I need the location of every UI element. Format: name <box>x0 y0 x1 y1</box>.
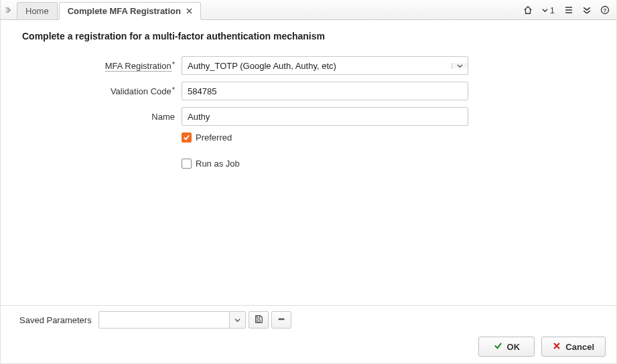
row-validation-code: Validation Code* <box>22 82 616 100</box>
row-name: Name <box>22 107 616 126</box>
name-input[interactable] <box>182 107 468 126</box>
bottom-bar: Saved Parameters <box>1 305 616 363</box>
mfa-registration-select[interactable]: Authy_TOTP (Google Auth, Authy, etc) <box>182 56 468 75</box>
cancel-button[interactable]: Cancel <box>541 337 606 357</box>
save-parameters-button[interactable] <box>249 311 269 329</box>
tabbar: Home Complete MFA Registration 1 <box>1 0 616 20</box>
preferred-checkbox[interactable] <box>182 132 192 143</box>
page-body: Complete a registration for a multi-fact… <box>1 20 616 305</box>
saved-parameters-row: Saved Parameters <box>19 311 610 329</box>
help-button[interactable]: ? <box>600 5 610 15</box>
tab-complete-mfa[interactable]: Complete MFA Registration <box>59 2 201 19</box>
tab-active-label: Complete MFA Registration <box>68 6 181 16</box>
label-name: Name <box>22 112 182 122</box>
chevron-down-icon[interactable] <box>452 63 468 69</box>
svg-rect-4 <box>278 318 284 320</box>
menu-button[interactable] <box>564 5 573 15</box>
runasjob-checkbox[interactable] <box>182 159 192 169</box>
saved-parameters-label: Saved Parameters <box>19 315 92 325</box>
help-icon: ? <box>600 5 610 15</box>
menu-icon <box>564 5 573 15</box>
caret-down-icon <box>542 7 548 13</box>
label-validation-code: Validation Code* <box>22 86 182 96</box>
double-chevron-down-icon <box>583 6 591 14</box>
spacer <box>22 174 616 305</box>
page-title: Complete a registration for a multi-fact… <box>22 31 616 41</box>
running-indicator[interactable]: 1 <box>542 5 555 15</box>
saved-parameters-value <box>99 312 229 328</box>
app-root: Home Complete MFA Registration 1 <box>0 0 617 364</box>
preferred-label: Preferred <box>196 132 232 143</box>
button-row: OK Cancel <box>19 337 610 357</box>
form: MFA Registration* Authy_TOTP (Google Aut… <box>22 56 616 174</box>
x-icon <box>553 342 561 352</box>
validation-code-input[interactable] <box>182 82 468 100</box>
collapse-button[interactable] <box>583 6 591 14</box>
cancel-label: Cancel <box>565 342 594 352</box>
tab-home[interactable]: Home <box>17 2 58 19</box>
tab-home-label: Home <box>25 6 49 16</box>
close-icon[interactable] <box>186 7 192 16</box>
toolbar-right: 1 ? <box>523 1 616 19</box>
svg-text:?: ? <box>604 7 607 13</box>
running-count: 1 <box>550 5 555 15</box>
ok-label: OK <box>507 342 521 352</box>
home-icon <box>523 5 533 15</box>
svg-rect-2 <box>257 315 259 318</box>
row-runasjob: Run as Job <box>182 159 616 169</box>
save-icon <box>254 314 263 326</box>
mfa-registration-value: Authy_TOTP (Google Auth, Authy, etc) <box>182 61 452 71</box>
home-button[interactable] <box>523 5 533 15</box>
delete-parameters-button[interactable] <box>271 311 291 329</box>
expand-panel-icon[interactable] <box>3 1 14 19</box>
saved-parameters-select[interactable] <box>98 311 246 329</box>
runasjob-label: Run as Job <box>196 159 240 169</box>
svg-rect-3 <box>257 319 259 322</box>
label-mfa-registration: MFA Registration* <box>22 61 182 71</box>
check-icon <box>494 341 502 352</box>
row-preferred: Preferred <box>182 132 616 143</box>
minus-icon <box>277 314 286 326</box>
ok-button[interactable]: OK <box>478 337 535 357</box>
row-mfa-registration: MFA Registration* Authy_TOTP (Google Aut… <box>22 56 616 75</box>
chevron-down-icon[interactable] <box>229 312 245 328</box>
